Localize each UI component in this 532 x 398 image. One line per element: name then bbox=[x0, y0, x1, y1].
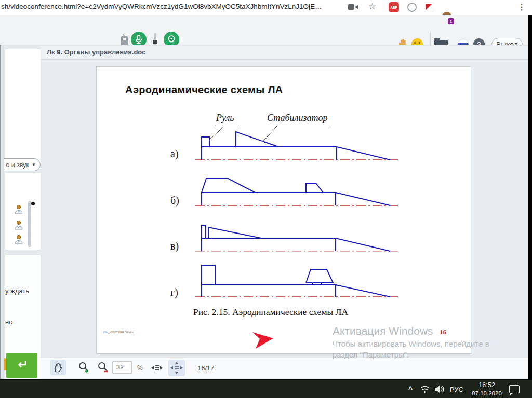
document-tab[interactable]: Лк 9. Органы управления.doc bbox=[47, 48, 146, 56]
fit-page-button[interactable] bbox=[168, 360, 185, 376]
document-tab-bar: Лк 9. Органы управления.doc bbox=[41, 46, 528, 60]
scroll-dot bbox=[31, 202, 35, 205]
zoom-level-input[interactable] bbox=[112, 361, 132, 374]
chat-message: но bbox=[5, 318, 12, 326]
browser-address-bar: sh/videoconference.html?e=c2VydmVyQWRkcm… bbox=[0, 0, 532, 15]
chat-message: у ждать bbox=[5, 287, 29, 295]
laser-pointer-icon bbox=[251, 329, 276, 351]
viewer-toolbar: % 16/17 bbox=[41, 357, 528, 378]
zoom-in-button[interactable] bbox=[77, 361, 90, 374]
send-message-button[interactable] bbox=[6, 353, 37, 378]
main-area: о и звук ▼ у ждать но bbox=[0, 45, 532, 379]
audio-video-dropdown[interactable]: о и звук ▼ bbox=[4, 158, 41, 171]
taskbar-clock[interactable]: 16:52 07.10.2020 bbox=[469, 381, 505, 397]
sidebar: о и звук ▼ у ждать но bbox=[4, 45, 41, 379]
clock-date: 07.10.2020 bbox=[472, 390, 502, 397]
windows-taskbar: ^ РУС 16:52 07.10.2020 bbox=[0, 379, 532, 398]
participant-item[interactable] bbox=[14, 220, 24, 230]
webcam-icon bbox=[167, 35, 176, 44]
user-icon bbox=[14, 235, 24, 244]
fit-width-icon bbox=[151, 363, 163, 373]
bookmark-star-icon[interactable]: ☆ bbox=[368, 2, 376, 12]
zoom-in-icon bbox=[78, 362, 89, 373]
slider-knob[interactable] bbox=[153, 40, 157, 44]
percent-label: % bbox=[137, 364, 143, 372]
screen: sh/videoconference.html?e=c2VydmVyQWRkcm… bbox=[0, 0, 532, 398]
document-viewer: Лк 9. Органы управления.doc Аэродинамиче… bbox=[41, 45, 528, 379]
participants-scrollbar[interactable] bbox=[28, 201, 31, 247]
slide-page: Аэродинамические схемы ЛА Руль Стабилиза… bbox=[96, 66, 471, 354]
browser-menu-icon[interactable]: ⋮ bbox=[517, 2, 526, 12]
wifi-icon[interactable] bbox=[419, 383, 431, 395]
zoom-out-button[interactable] bbox=[96, 361, 110, 374]
fit-width-button[interactable] bbox=[150, 361, 164, 375]
clock-time: 16:52 bbox=[478, 381, 495, 389]
video-panel: о и звук ▼ bbox=[5, 49, 41, 169]
volume-icon[interactable] bbox=[433, 383, 447, 395]
user-icon bbox=[14, 204, 24, 214]
window-edge bbox=[0, 45, 4, 379]
chevron-down-icon: ▼ bbox=[32, 162, 36, 167]
url-field[interactable]: sh/videoconference.html?e=c2VydmVyQWRkcm… bbox=[1, 3, 344, 10]
page-indicator: 16/17 bbox=[197, 364, 215, 372]
pan-hand-icon bbox=[54, 362, 63, 373]
notifications-icon[interactable] bbox=[508, 384, 521, 394]
figure-caption: Рис. 2.15. Аэродинамические схемы ЛА bbox=[193, 307, 348, 318]
microphone-icon bbox=[135, 35, 143, 44]
fit-page-icon bbox=[170, 362, 183, 374]
tab-media-icon[interactable] bbox=[348, 3, 358, 13]
participant-item[interactable] bbox=[14, 235, 24, 244]
enter-icon bbox=[16, 360, 28, 371]
dropdown-label: о и звук bbox=[6, 161, 29, 169]
language-indicator[interactable]: РУС bbox=[448, 383, 466, 395]
file-note: file_-20285101.59.doc bbox=[103, 330, 134, 334]
participant-item[interactable] bbox=[14, 204, 24, 214]
adblock-extension-icon[interactable]: ABP bbox=[389, 2, 399, 12]
user-icon bbox=[14, 220, 24, 230]
extension-badge: 1 bbox=[448, 18, 454, 24]
extension-circle-icon[interactable] bbox=[407, 3, 417, 12]
zoom-out-icon bbox=[97, 362, 109, 373]
tray-chevron-icon[interactable]: ^ bbox=[405, 383, 416, 395]
acrobat-extension-icon[interactable] bbox=[424, 2, 434, 12]
pan-tool-button[interactable] bbox=[50, 360, 66, 375]
